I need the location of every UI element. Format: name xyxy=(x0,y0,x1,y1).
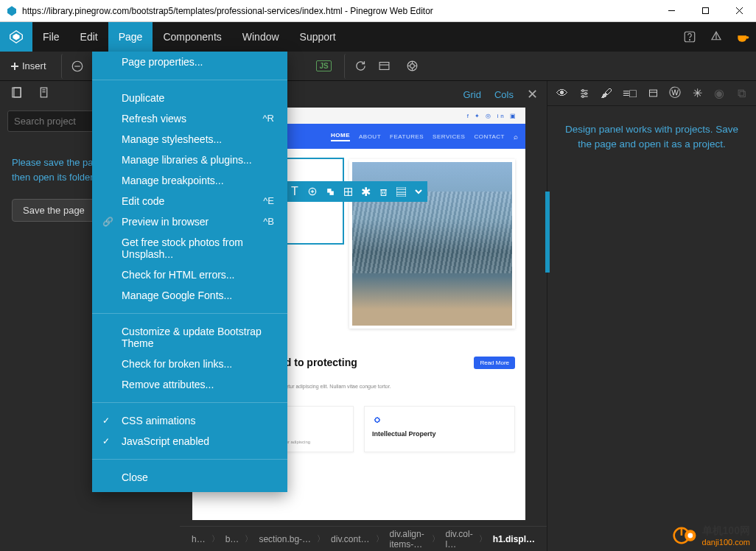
nav-about[interactable]: ABOUT xyxy=(359,133,381,140)
menu-support[interactable]: Support xyxy=(290,22,346,52)
page-menu-item-15[interactable]: Remove attributes... xyxy=(92,374,287,395)
page-menu-item-20[interactable]: Close xyxy=(92,467,287,488)
coffee-icon[interactable] xyxy=(729,22,756,52)
window-minimize-button[interactable] xyxy=(654,0,688,22)
card-intellectual-property: ⭘ Intellectual Property xyxy=(364,406,515,452)
close-canvas-button[interactable]: ✕ xyxy=(527,86,538,102)
page-menu-item-2[interactable]: Duplicate xyxy=(92,88,287,108)
page-menu-item-6[interactable]: Manage breakpoints... xyxy=(92,170,287,191)
badge-icon: ⭘ xyxy=(372,414,507,426)
panel-eye-icon[interactable]: 👁 xyxy=(556,86,568,101)
svg-rect-15 xyxy=(379,63,389,70)
more-dropdown[interactable] xyxy=(410,181,427,202)
page-menu-item-5[interactable]: Manage libraries & plugins... xyxy=(92,150,287,170)
svg-point-47 xyxy=(582,89,584,91)
page-menu-dropdown: Page properties...DuplicateRefresh views… xyxy=(92,52,287,492)
svg-marker-0 xyxy=(7,6,16,15)
js-toggle[interactable]: JS xyxy=(312,54,337,79)
window-title: https://library.pinegrow.com/bootstrap5/… xyxy=(22,6,654,16)
duplicate-button[interactable] xyxy=(321,181,339,202)
page-menu-item-17[interactable]: ✓CSS animations xyxy=(92,410,287,431)
svg-rect-2 xyxy=(702,8,708,14)
element-floating-toolbar: T ✱ xyxy=(286,181,427,202)
grid-tab[interactable]: Grid xyxy=(463,89,481,100)
css-grid-button[interactable] xyxy=(392,181,410,202)
panel-brush-icon[interactable]: 🖌 xyxy=(601,86,612,101)
crumb-5[interactable]: div.col-l… xyxy=(440,527,479,552)
panel-star-icon[interactable]: ✳ xyxy=(691,86,703,101)
panel-wordpress-icon[interactable]: ⓦ xyxy=(669,86,681,101)
svg-rect-50 xyxy=(649,90,657,96)
svg-rect-32 xyxy=(329,191,333,194)
crumb-3[interactable]: div.cont… xyxy=(325,532,375,547)
design-panel: 👁 🖌 ≡□ ⓦ ✳ ◉ ⧉ Design panel works with p… xyxy=(547,81,756,551)
svg-point-48 xyxy=(585,92,587,94)
social-icons: f ✦ ◎ in ▣ xyxy=(467,113,518,119)
page-menu-item-7[interactable]: Edit code^E xyxy=(92,191,287,211)
menu-page[interactable]: Page xyxy=(108,22,153,52)
page-menu-item-0[interactable]: Page properties... xyxy=(92,52,287,72)
save-page-button[interactable]: Save the page xyxy=(12,199,96,222)
breadcrumb: h…〉 b…〉 section.bg-…〉 div.cont…〉 div.ali… xyxy=(180,526,547,551)
svg-point-8 xyxy=(690,40,690,41)
svg-rect-24 xyxy=(14,88,21,97)
menu-components[interactable]: Components xyxy=(153,22,231,52)
design-panel-message: Design panel works with projects. Save t… xyxy=(547,106,756,169)
window-titlebar: https://library.pinegrow.com/bootstrap5/… xyxy=(0,0,756,22)
panel-layers-icon[interactable] xyxy=(647,86,659,101)
app-logo[interactable] xyxy=(0,22,32,52)
menu-edit[interactable]: Edit xyxy=(70,22,108,52)
crumb-1[interactable]: b… xyxy=(220,532,245,547)
undo-button[interactable] xyxy=(61,54,86,79)
insert-button[interactable]: Insert xyxy=(7,60,54,71)
window-close-button[interactable] xyxy=(722,0,756,22)
panel-resize-handle[interactable] xyxy=(545,192,550,273)
page-menu-item-11[interactable]: Manage Google Fonts... xyxy=(92,285,287,306)
panel-visibility-icon[interactable]: ◉ xyxy=(713,86,725,101)
crumb-2[interactable]: section.bg-… xyxy=(253,532,317,547)
reload-button[interactable] xyxy=(344,54,369,79)
search-icon[interactable]: ⌕ xyxy=(514,133,518,141)
page-menu-item-14[interactable]: Check for broken links... xyxy=(92,354,287,374)
page-menu-item-8[interactable]: 🔗Preview in browser^B xyxy=(92,211,287,232)
crumb-4[interactable]: div.align-items-… xyxy=(384,527,432,552)
svg-rect-25 xyxy=(41,88,47,97)
read-more-button[interactable]: Read More xyxy=(474,357,515,369)
pages-tab-icon[interactable] xyxy=(38,86,50,102)
page-menu-item-4[interactable]: Manage stylesheets... xyxy=(92,129,287,150)
page-menu-item-13[interactable]: Customize & update Bootstrap Theme xyxy=(92,321,287,354)
grid-button[interactable] xyxy=(339,181,357,202)
nav-home[interactable]: HOME xyxy=(331,132,350,141)
tools-icon[interactable] xyxy=(703,22,729,52)
svg-rect-36 xyxy=(381,189,386,195)
insert-label: Insert xyxy=(22,60,46,71)
insert-element-button[interactable] xyxy=(304,181,321,202)
svg-marker-6 xyxy=(13,33,19,40)
window-maximize-button[interactable] xyxy=(688,0,722,22)
nav-features[interactable]: FEATURES xyxy=(390,133,424,140)
page-menu-item-18[interactable]: ✓JavaScript enabled xyxy=(92,431,287,452)
crumb-0[interactable]: h… xyxy=(186,532,211,547)
cols-tab[interactable]: Cols xyxy=(494,89,514,100)
page-menu-item-3[interactable]: Refresh views^R xyxy=(92,108,287,129)
view-toggle[interactable] xyxy=(372,54,397,79)
page-menu-item-9[interactable]: Get free stock photos from Unsplash... xyxy=(92,232,287,264)
nav-services[interactable]: SERVICES xyxy=(433,133,465,140)
menu-file[interactable]: File xyxy=(32,22,70,52)
menu-window[interactable]: Window xyxy=(232,22,290,52)
files-tab-icon[interactable] xyxy=(10,86,23,102)
help-icon[interactable] xyxy=(676,22,703,52)
nav-contact[interactable]: CONTACT xyxy=(474,133,505,140)
svg-point-18 xyxy=(410,64,415,69)
interactions-button[interactable]: ✱ xyxy=(357,181,374,202)
browser-preview-button[interactable] xyxy=(400,54,425,79)
panel-copy-icon[interactable]: ⧉ xyxy=(735,86,747,101)
panel-align-icon[interactable]: ≡□ xyxy=(623,86,637,101)
page-menu-item-10[interactable]: Check for HTML errors... xyxy=(92,264,287,285)
crumb-6[interactable]: h1.displ… xyxy=(487,532,541,547)
edit-text-button[interactable]: T xyxy=(286,181,304,202)
panel-settings-icon[interactable] xyxy=(578,86,590,101)
menubar: File Edit Page Components Window Support xyxy=(0,22,756,52)
svg-point-49 xyxy=(582,95,584,97)
delete-button[interactable] xyxy=(374,181,392,202)
